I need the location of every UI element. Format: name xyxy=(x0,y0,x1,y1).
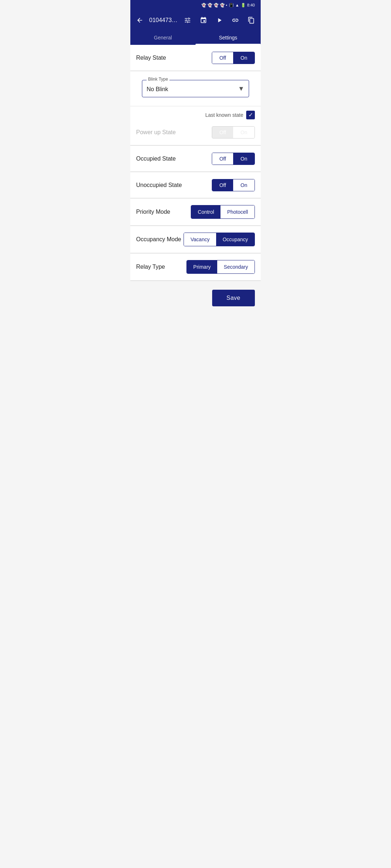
power-up-state-row: Power up State Off On xyxy=(130,119,261,145)
app-bar: 0104473E-C4... xyxy=(130,10,261,30)
vibrate-icon: 📳 xyxy=(229,3,234,8)
bottom-bar: Save xyxy=(130,284,261,312)
power-up-state-toggle: Off On xyxy=(212,126,255,139)
settings-sliders-icon[interactable] xyxy=(181,14,194,27)
relay-state-on[interactable]: On xyxy=(233,52,255,64)
relay-state-row: Relay State Off On xyxy=(130,45,261,71)
relay-state-label: Relay State xyxy=(136,55,212,61)
tab-general[interactable]: General xyxy=(130,30,196,44)
priority-mode-label: Priority Mode xyxy=(136,209,191,215)
battery-icon: 🔋 xyxy=(241,3,246,8)
unoccupied-state-off[interactable]: Off xyxy=(212,179,233,191)
occupancy-mode-vacancy[interactable]: Vacancy xyxy=(184,233,216,246)
power-up-state-label: Power up State xyxy=(136,129,212,136)
relay-state-toggle: Off On xyxy=(212,52,255,64)
back-button[interactable] xyxy=(133,14,146,27)
relay-type-label: Relay Type xyxy=(136,264,186,270)
link-icon[interactable] xyxy=(229,14,242,27)
blink-type-legend: Blink Type xyxy=(147,77,169,82)
priority-mode-photocell[interactable]: Photocell xyxy=(220,205,255,218)
occupancy-mode-row: Occupancy Mode Vacancy Occupancy xyxy=(130,226,261,253)
unoccupied-state-on[interactable]: On xyxy=(233,179,255,191)
settings-content: Relay State Off On Blink Type No Blink S… xyxy=(130,45,261,281)
occupancy-mode-occupancy[interactable]: Occupancy xyxy=(216,233,255,246)
last-known-checkbox[interactable]: ✓ xyxy=(246,111,255,119)
play-icon[interactable] xyxy=(213,14,226,27)
occupied-state-row: Occupied State Off On xyxy=(130,146,261,172)
relay-type-row: Relay Type Primary Secondary xyxy=(130,254,261,281)
priority-mode-segment: Control Photocell xyxy=(191,205,255,219)
checkbox-check-icon: ✓ xyxy=(248,112,253,118)
app-bar-title: 0104473E-C4... xyxy=(149,17,178,24)
blink-type-section: Blink Type No Blink Slow Blink Fast Blin… xyxy=(130,71,261,106)
relay-type-segment: Primary Secondary xyxy=(186,260,255,274)
last-known-state-row: Last known state ✓ xyxy=(130,106,261,119)
priority-mode-control[interactable]: Control xyxy=(191,205,220,218)
save-button[interactable]: Save xyxy=(212,290,255,306)
unoccupied-state-row: Unoccupied State Off On xyxy=(130,172,261,198)
occupancy-mode-label: Occupancy Mode xyxy=(136,236,184,243)
occupied-state-label: Occupied State xyxy=(136,156,212,162)
status-icons: 👻 👻 👻 👻 • 📳 ▲ 🔋 8:40 xyxy=(201,3,255,8)
relay-type-primary[interactable]: Primary xyxy=(187,260,217,273)
priority-mode-row: Priority Mode Control Photocell xyxy=(130,199,261,226)
unoccupied-state-toggle: Off On xyxy=(212,179,255,191)
divider-8 xyxy=(130,281,261,281)
power-up-state-off: Off xyxy=(212,127,233,138)
copy-icon[interactable] xyxy=(245,14,258,27)
occupied-state-on[interactable]: On xyxy=(233,153,255,165)
tab-bar: General Settings xyxy=(130,30,261,45)
last-known-label: Last known state xyxy=(205,112,243,118)
time-display: 8:40 xyxy=(247,3,255,7)
occupancy-mode-segment: Vacancy Occupancy xyxy=(184,233,255,246)
unoccupied-state-label: Unoccupied State xyxy=(136,182,212,188)
wifi-icon: ▲ xyxy=(235,3,239,7)
relay-state-off[interactable]: Off xyxy=(212,52,233,64)
occupied-state-off[interactable]: Off xyxy=(212,153,233,165)
blink-select-wrapper: No Blink Slow Blink Fast Blink ▼ xyxy=(147,85,244,93)
power-up-state-on: On xyxy=(233,127,255,138)
blink-type-fieldset: Blink Type No Blink Slow Blink Fast Blin… xyxy=(142,80,249,97)
tab-settings[interactable]: Settings xyxy=(196,30,261,44)
status-bar: 👻 👻 👻 👻 • 📳 ▲ 🔋 8:40 xyxy=(130,0,261,10)
blink-type-select[interactable]: No Blink Slow Blink Fast Blink xyxy=(147,86,244,92)
relay-type-secondary[interactable]: Secondary xyxy=(217,260,255,273)
ghost-icons: 👻 👻 👻 👻 • xyxy=(201,3,227,8)
calendar-icon[interactable] xyxy=(197,14,210,27)
occupied-state-toggle: Off On xyxy=(212,153,255,165)
